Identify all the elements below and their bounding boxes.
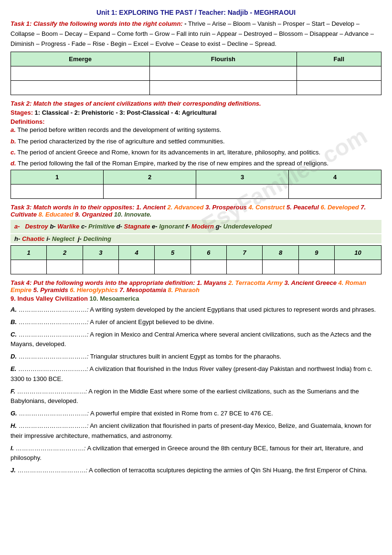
task1-emerge-answer[interactable] [11,66,150,81]
task3-instruction: Match words in to their opposites: [33,204,136,211]
task3-opposites2: h- Chaotic i- Neglect j- Declining [11,234,381,243]
task2-ans3[interactable] [196,184,289,198]
task1-emerge-answer2[interactable] [11,81,150,95]
def-d: d. The period following the fall of the … [11,159,381,168]
fill-F: F. ……………………………: A region in the Middle E… [11,387,381,407]
t3-col4: 4 [119,246,155,260]
task3-opp-j: j- [76,235,83,242]
t3-col7: 7 [227,246,263,260]
task3-opp-d: d- [117,223,124,230]
task1-fall-answer2[interactable] [297,81,381,95]
t3-col6: 6 [191,246,226,260]
task3-opp-e: e- [152,223,159,230]
task1-fall-answer[interactable] [297,66,381,81]
def-a: a. The period before written records and… [11,125,381,135]
task1-table: Emerge Flourish Fall [11,52,381,95]
task1-flourish-answer2[interactable] [150,81,297,95]
task4-fill-items: A. ……………………………: A writing system develop… [11,305,381,476]
t3-ans9[interactable] [298,260,334,274]
task3-opp-f: f- [186,223,191,230]
task2-col3: 3 [196,170,289,184]
t3-col5: 5 [155,246,191,260]
fill-H: H. ……………………………: An ancient civilization … [11,421,381,441]
task2-instruction: Match the stages of ancient civilization… [33,100,261,107]
task2-table: 1 2 3 4 [11,170,381,199]
task2-section: Task 2: Match the stages of ancient civi… [11,100,381,199]
task1-flourish-answer[interactable] [150,66,297,81]
fill-I: I. ……………………………: A civilization that emer… [11,444,381,464]
task4-instruction: Put the following words into the appropr… [33,279,197,286]
t3-col9: 9 [298,246,334,260]
task1-dash: - [184,20,186,27]
col-fall: Fall [297,52,381,66]
t3-ans10[interactable] [335,260,381,274]
t3-col1: 1 [11,246,47,260]
task2-col4: 4 [289,170,381,184]
t3-col8: 8 [263,246,298,260]
task2-ans4[interactable] [289,184,381,198]
stages-content: 1: Classical - 2: Prehistoric - 3: Post-… [35,109,217,116]
t3-col2: 2 [47,246,83,260]
task2-col2: 2 [104,170,196,184]
task4-section: Task 4: Put the following words into the… [11,279,381,476]
task3-opp-g: g- [216,223,223,230]
task2-ans1[interactable] [11,184,104,198]
task2-label: Task 2: [11,100,32,107]
task2-col1: 1 [11,170,104,184]
fill-A: A. ……………………………: A writing system develop… [11,305,381,315]
t3-ans3[interactable] [83,260,118,274]
task3-opp-b: b- [50,223,57,230]
t3-col3: 3 [83,246,118,260]
task3-table: 1 2 3 4 5 6 7 8 9 10 [11,245,381,274]
col-emerge: Emerge [11,52,150,66]
t3-col10: 10 [335,246,381,260]
t3-ans2[interactable] [47,260,83,274]
fill-E: E. ……………………………: A civilization that flou… [11,364,381,384]
t3-ans8[interactable] [263,260,298,274]
t3-ans1[interactable] [11,260,47,274]
task2-definitions: a. The period before written records and… [11,125,381,168]
col-flourish: Flourish [150,52,297,66]
t3-ans4[interactable] [119,260,155,274]
task2-ans2[interactable] [104,184,196,198]
task3-opp-i: i- [46,235,52,242]
task3-label: Task 3: [11,204,33,211]
task1-section: Task 1: Classify the following words int… [11,19,381,95]
fill-G: G. ……………………………: A powerful empire that e… [11,409,381,419]
task1-label: Task 1: [11,20,32,27]
fill-C: C. ……………………………: A region in Mexico and C… [11,330,381,350]
task3-opposites: a- Destroy b- Warlike c- Primitive d- St… [11,220,381,233]
t3-ans6[interactable] [191,260,226,274]
task3-section: Task 3: Match words in to their opposite… [11,204,381,274]
def-c: c. The period of ancient Greece and Rome… [11,148,381,157]
task3-opp-h: h- [14,235,22,242]
fill-B: B. ……………………………: A ruler of ancient Egypt… [11,317,381,327]
fill-J: J. ……………………………: A collection of terracot… [11,466,381,476]
fill-D: D. ……………………………: Triangular structures bu… [11,352,381,362]
task4-label: Task 4: [11,279,33,286]
task3-opp-a: a- Destroy [14,223,50,230]
stages-label: Stages: [11,109,35,116]
task1-instruction: Classify the following words into the ri… [33,20,184,27]
t3-ans7[interactable] [227,260,263,274]
definitions-label: Definitions: [11,118,381,125]
def-b: b. The period characterized by the rise … [11,137,381,146]
page-title: Unit 1: EXPLORING THE PAST / Teacher: Na… [11,9,381,16]
t3-ans5[interactable] [155,260,191,274]
task3-opp-c: c- [81,223,88,230]
